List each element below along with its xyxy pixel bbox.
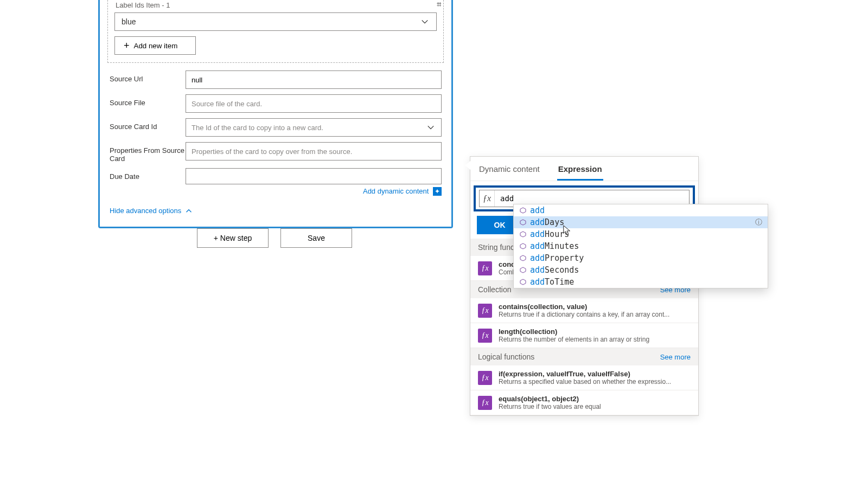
save-button[interactable]: Save	[280, 228, 352, 248]
fn-if-sig: if(expression, valueIfTrue, valueIfFalse…	[499, 370, 691, 378]
fn-text: length(collection) Returns the number of…	[499, 328, 691, 343]
autocomplete-item[interactable]: addSeconds	[514, 264, 768, 276]
section-logical: Logical functions See more	[470, 348, 698, 365]
svg-marker-5	[520, 267, 526, 273]
label-ids-dropdown[interactable]: blue	[114, 12, 437, 31]
cube-icon	[519, 230, 527, 238]
cube-icon	[519, 278, 527, 286]
section-collection-label: Collection	[478, 285, 511, 294]
autocomplete-prefix: add	[530, 206, 545, 215]
tab-dynamic-content[interactable]: Dynamic content	[478, 161, 541, 181]
dropdown-source-card-id[interactable]: The Id of the card to copy into a new ca…	[186, 118, 442, 137]
autocomplete-suffix: Hours	[545, 229, 569, 239]
autocomplete-prefix: add	[530, 241, 545, 251]
autocomplete-item[interactable]: addDaysⓘ	[514, 216, 768, 228]
autocomplete-suffix: Days	[545, 217, 564, 227]
label-source-card-id: Source Card Id	[110, 118, 186, 131]
autocomplete-item[interactable]: add	[514, 204, 768, 216]
input-source-url[interactable]	[186, 70, 442, 89]
autocomplete-item[interactable]: addHours	[514, 228, 768, 240]
label-ids-value: blue	[122, 17, 136, 26]
tab-expression[interactable]: Expression	[557, 161, 603, 181]
row-props: Properties From Source Card	[110, 142, 442, 163]
chevron-up-icon	[186, 208, 192, 214]
autocomplete-popup: addaddDaysⓘaddHoursaddMinutesaddProperty…	[513, 204, 768, 288]
add-new-item-label: Add new item	[134, 42, 178, 50]
autocomplete-item[interactable]: addMinutes	[514, 240, 768, 252]
section-logical-label: Logical functions	[478, 352, 534, 361]
fx-icon: ƒx	[478, 329, 492, 343]
autocomplete-prefix: add	[530, 265, 545, 275]
add-new-item-button[interactable]: + Add new item	[114, 36, 196, 55]
autocomplete-prefix: add	[530, 277, 545, 287]
row-due-date: Due Date	[110, 168, 442, 184]
label-due-date: Due Date	[110, 168, 186, 181]
row-source-card-id: Source Card Id The Id of the card to cop…	[110, 118, 442, 137]
svg-marker-3	[520, 243, 526, 249]
svg-marker-1	[520, 220, 526, 225]
svg-marker-2	[520, 232, 526, 237]
fn-contains[interactable]: ƒx contains(collection, value) Returns t…	[470, 298, 698, 323]
autocomplete-suffix: ToTime	[545, 277, 574, 287]
new-step-button[interactable]: + New step	[197, 228, 269, 248]
fn-if-desc: Returns a specified value based on wheth…	[499, 378, 691, 386]
array-mode-icon[interactable]: ⌗	[433, 0, 444, 10]
add-dynamic-content-link[interactable]: Add dynamic content	[363, 187, 431, 195]
action-card: Label Ids Item - 1 blue + Add new item ⌗…	[98, 0, 453, 228]
lightning-icon[interactable]: ✦	[433, 187, 442, 196]
fn-length[interactable]: ƒx length(collection) Returns the number…	[470, 323, 698, 348]
cube-icon	[519, 254, 527, 262]
cube-icon	[519, 207, 527, 214]
label-props: Properties From Source Card	[110, 142, 186, 163]
input-due-date[interactable]	[186, 168, 442, 184]
row-source-url: Source Url	[110, 70, 442, 89]
fn-equals-sig: equals(object1, object2)	[499, 395, 691, 403]
input-props[interactable]	[186, 142, 442, 160]
label-ids-area: Label Ids Item - 1 blue + Add new item ⌗	[107, 0, 444, 63]
chevron-down-icon	[426, 123, 436, 132]
label-ids-title: Label Ids Item - 1	[114, 0, 437, 12]
cube-icon	[519, 219, 527, 226]
fx-icon: ƒx	[480, 190, 495, 207]
autocomplete-item[interactable]: addProperty	[514, 252, 768, 264]
fn-length-desc: Returns the number of elements in an arr…	[499, 336, 691, 343]
fn-equals-desc: Returns true if two values are equal	[499, 403, 691, 410]
fn-equals[interactable]: ƒx equals(object1, object2) Returns true…	[470, 390, 698, 415]
add-dynamic-content-label: Add dynamic content	[363, 187, 429, 195]
fn-contains-desc: Returns true if a dictionary contains a …	[499, 311, 691, 318]
row-source-file: Source File	[110, 94, 442, 113]
fn-if[interactable]: ƒx if(expression, valueIfTrue, valueIfFa…	[470, 365, 698, 390]
autocomplete-suffix: Minutes	[545, 241, 579, 251]
flow-footer-buttons: + New step Save	[197, 228, 352, 248]
autocomplete-suffix: Seconds	[545, 265, 579, 275]
expression-input[interactable]	[495, 194, 689, 203]
fn-text: if(expression, valueIfTrue, valueIfFalse…	[499, 370, 691, 386]
fx-icon: ƒx	[478, 304, 492, 318]
fx-icon: ƒx	[478, 261, 492, 275]
hide-advanced-toggle[interactable]: Hide advanced options	[110, 207, 442, 215]
autocomplete-prefix: add	[530, 229, 545, 239]
cube-icon	[519, 242, 527, 250]
label-source-url: Source Url	[110, 70, 186, 83]
add-dynamic-content-row: Add dynamic content ✦	[110, 187, 442, 196]
info-icon[interactable]: ⓘ	[755, 217, 762, 227]
autocomplete-suffix: Property	[545, 253, 584, 263]
fn-text: equals(object1, object2) Returns true if…	[499, 395, 691, 410]
autocomplete-item[interactable]: addToTime	[514, 276, 768, 288]
input-source-file[interactable]	[186, 94, 442, 113]
cube-icon	[519, 266, 527, 274]
fn-contains-sig: contains(collection, value)	[499, 303, 691, 311]
svg-marker-4	[520, 255, 526, 261]
autocomplete-prefix: add	[530, 253, 545, 263]
chevron-down-icon	[420, 17, 430, 27]
svg-marker-0	[520, 208, 526, 213]
fx-icon: ƒx	[478, 371, 492, 385]
panel-tabs: Dynamic content Expression	[470, 157, 698, 181]
see-more-logical[interactable]: See more	[660, 353, 691, 361]
label-source-file: Source File	[110, 94, 186, 107]
section-string-label: String funct	[478, 243, 516, 252]
dropdown-source-card-id-placeholder: The Id of the card to copy into a new ca…	[192, 124, 323, 132]
svg-marker-6	[520, 279, 526, 285]
fn-text: contains(collection, value) Returns true…	[499, 303, 691, 318]
fx-icon: ƒx	[478, 396, 492, 410]
